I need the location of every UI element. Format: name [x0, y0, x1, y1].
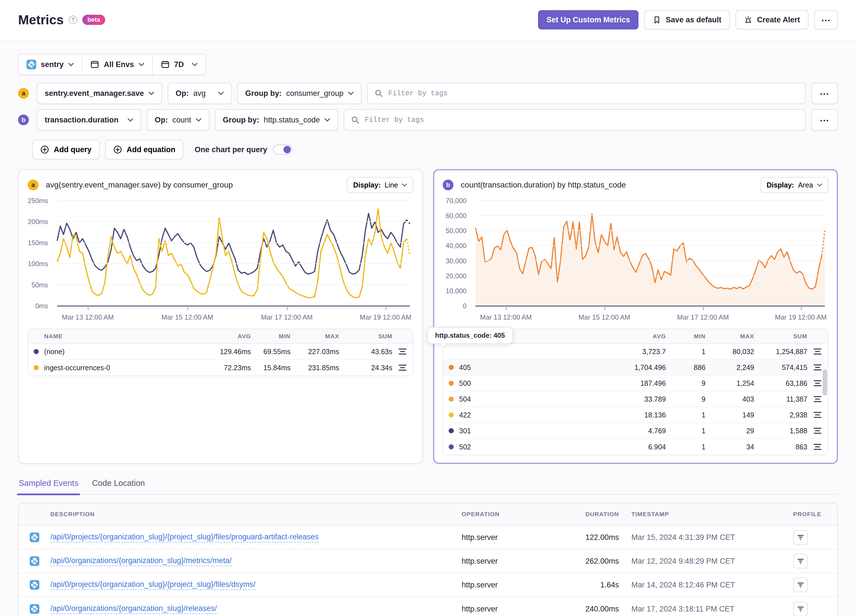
x-axis-a: Mar 13 12:00 AMMar 15 12:00 AMMar 17 12:… [57, 313, 410, 322]
series-color-dot [449, 381, 454, 386]
x-tick-label: Mar 17 12:00 AM [677, 313, 729, 321]
event-operation: http.server [455, 581, 554, 590]
op-select-a[interactable]: Op: avg [168, 83, 232, 104]
python-project-icon [18, 604, 50, 614]
x-tick-mark [605, 307, 605, 310]
col-avg: AVG [605, 333, 666, 340]
y-tick-label: 70,000 [446, 197, 466, 205]
event-description-link[interactable]: /api/0/projects/{organization_slug}/{pro… [50, 533, 319, 542]
group-by-select-a[interactable]: Group by: consumer_group [237, 83, 362, 104]
series-menu-icon[interactable] [393, 364, 413, 371]
chevron-down-icon [402, 183, 407, 187]
group-by-select-b[interactable]: Group by: http.status_code [215, 109, 338, 131]
gridline [57, 200, 410, 201]
x-tick-label: Mar 13 12:00 AM [480, 313, 532, 321]
col-profile: PROFILE [789, 511, 838, 517]
area-chart-b: 010,00020,00030,00040,00050,00060,00070,… [443, 197, 828, 323]
search-icon [351, 116, 360, 124]
chevron-down-icon [139, 63, 144, 66]
display-select-b[interactable]: Display: Area [761, 177, 828, 193]
tab-code-location[interactable]: Code Location [91, 479, 145, 494]
main-content: sentry All Envs 7D a sentry.event_manage… [0, 41, 856, 616]
query-overflow-button-a[interactable]: … [811, 83, 838, 104]
chevron-down-icon [325, 118, 330, 122]
series-menu-icon[interactable] [393, 348, 413, 355]
series-tooltip: http.status_code: 405 [427, 327, 513, 344]
chevron-down-icon [196, 118, 202, 122]
series-color-dot [34, 349, 39, 354]
y-tick-label: 50,000 [446, 227, 466, 235]
chevron-down-icon [68, 63, 74, 66]
search-icon [374, 89, 383, 98]
y-tick-label: 10,000 [446, 287, 466, 295]
gridline [476, 200, 825, 201]
plot-area-a[interactable] [57, 201, 410, 306]
series-row[interactable]: ingest-occurrences-0 72.23ms 15.84ms 231… [28, 360, 413, 376]
query-overflow-button-b[interactable]: … [811, 109, 838, 131]
col-operation: OPERATION [455, 511, 554, 517]
series-row[interactable]: 504 33.789 9 403 11,387 [443, 391, 828, 407]
chart-title-a: avg(sentry.event_manager.save) by consum… [46, 180, 233, 189]
one-chart-per-query-toggle[interactable] [273, 145, 292, 155]
series-row[interactable]: (none) 129.46ms 69.55ms 227.03ms 43.63s [28, 344, 413, 360]
metric-select-a[interactable]: sentry.event_manager.save [37, 83, 162, 104]
series-row[interactable]: 500 187.496 9 1,254 63,186 [443, 376, 828, 391]
series-menu-icon[interactable] [807, 444, 828, 450]
y-tick-label: 0ms [35, 302, 48, 310]
x-tick-mark [386, 307, 386, 310]
profile-button[interactable] [793, 578, 808, 592]
series-row[interactable]: 422 18.136 1 149 2,938 [443, 407, 828, 423]
y-tick-label: 20,000 [446, 272, 466, 280]
tag-filter-input-b-wrap [344, 109, 806, 131]
project-filter[interactable]: sentry [18, 54, 82, 75]
table-scrollbar-thumb[interactable] [823, 370, 827, 396]
profile-button[interactable] [793, 530, 808, 545]
series-menu-icon[interactable] [807, 427, 828, 434]
x-tick-mark [187, 307, 188, 310]
profile-button[interactable] [793, 602, 808, 616]
chevron-down-icon [192, 63, 197, 66]
environment-filter[interactable]: All Envs [82, 54, 152, 75]
display-select-a[interactable]: Display: Line [347, 177, 413, 193]
x-tick-mark [801, 307, 802, 310]
event-description-link[interactable]: /api/0/organizations/{organization_slug}… [50, 604, 217, 614]
series-row[interactable]: 3,723.7 1 80,032 1,254,887 [443, 344, 828, 360]
date-range-filter[interactable]: 7D [152, 54, 206, 75]
event-row: /api/0/organizations/{organization_slug}… [18, 550, 838, 573]
event-description-link[interactable]: /api/0/projects/{organization_slug}/{pro… [50, 580, 256, 590]
op-select-b[interactable]: Op: count [147, 109, 209, 131]
page-overflow-button[interactable]: … [814, 10, 838, 29]
tag-filter-input-a-wrap [367, 83, 806, 104]
create-alert-button[interactable]: Create Alert [736, 10, 808, 29]
x-tick-mark [703, 307, 704, 310]
col-max: MAX [291, 333, 339, 340]
gridline [476, 245, 825, 246]
help-icon[interactable]: ? [69, 15, 77, 24]
series-row[interactable]: 301 4.769 1 29 1,588 [443, 423, 828, 439]
setup-custom-metrics-button[interactable]: Set Up Custom Metrics [538, 10, 639, 29]
tab-sampled-events[interactable]: Sampled Events [18, 479, 79, 494]
save-as-default-button[interactable]: Save as default [644, 10, 730, 29]
event-description-link[interactable]: /api/0/organizations/{organization_slug}… [50, 556, 232, 566]
y-axis-a: 0ms50ms100ms150ms200ms250ms [28, 201, 52, 306]
python-project-icon [18, 580, 50, 590]
toggle-knob [283, 146, 291, 153]
series-menu-icon[interactable] [807, 396, 828, 402]
col-max: MAX [705, 333, 754, 340]
series-summary-table-b: NAME AVG MIN MAX SUM 3,723.7 1 80,032 1,… [443, 329, 828, 455]
chart-badge-a: a [28, 180, 38, 190]
plot-area-b[interactable] [476, 201, 825, 306]
series-menu-icon[interactable] [807, 411, 828, 418]
tag-filter-input-b[interactable] [365, 116, 798, 124]
series-row[interactable]: 502 6.904 1 34 863 [443, 439, 828, 455]
metric-select-b[interactable]: transaction.duration [37, 109, 141, 131]
add-query-button[interactable]: Add query [32, 140, 100, 160]
charts-row: a avg(sentry.event_manager.save) by cons… [18, 169, 838, 464]
gridline [476, 260, 825, 261]
chevron-down-icon [148, 92, 154, 95]
add-equation-button[interactable]: Add equation [105, 140, 183, 160]
series-row[interactable]: 405 1,704.496 886 2,249 574,415 [443, 360, 828, 376]
series-menu-icon[interactable] [807, 348, 828, 355]
profile-button[interactable] [793, 554, 808, 568]
tag-filter-input-a[interactable] [388, 89, 798, 98]
